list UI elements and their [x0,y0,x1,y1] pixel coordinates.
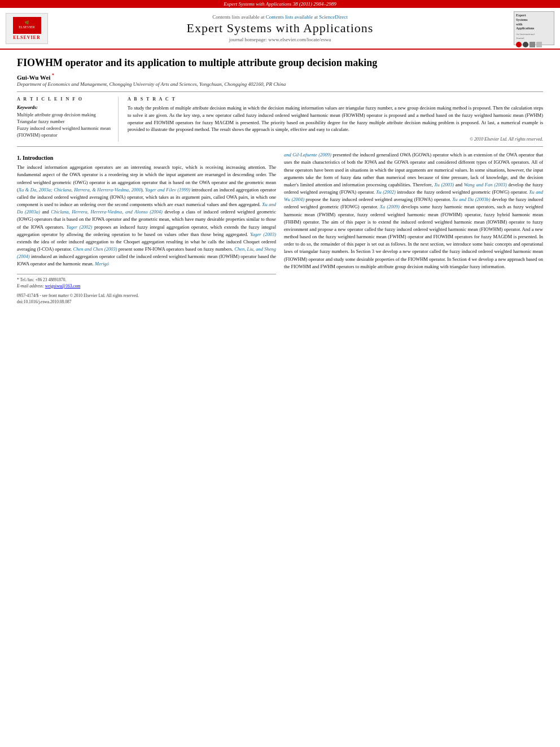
elsevier-logo: 🌿ELSEVIER ELSEVIER [6,13,48,44]
journal-header: 🌿ELSEVIER ELSEVIER Contents lists availa… [0,8,560,50]
journal-main-title: Expert Systems with Applications [55,21,505,36]
journal-logo-area: ExpertSystemswithApplications An Interna… [509,11,554,45]
ref-yager-2003[interactable]: Yager (2003) [250,231,276,237]
elsevier-logo-area: 🌿ELSEVIER ELSEVIER [6,13,51,44]
ref-chiclana-2004[interactable]: Chiclana, Herrera, Herrera-Viedma, and A… [51,209,163,215]
col1-paragraph: The induced information aggregation oper… [17,164,276,268]
section-number: 1. [17,155,21,161]
ref-yager-filev[interactable]: Yager and Filev (1999) [145,187,190,193]
ref-xu-2002[interactable]: Xu (2002) [376,189,396,195]
ref-chen-chen[interactable]: Chen and Chen (2003) [73,246,117,252]
journal-homepage: journal homepage: www.elsevier.com/locat… [55,37,505,42]
ref-xu-da-2003b[interactable]: Xu and Da (2003b) [452,196,490,202]
doi-line: doi:10.1016/j.eswa.2010.08.087 [17,299,276,305]
author-sup: * [52,73,54,78]
article-info: A R T I C L E I N F O Keywords: Multiple… [17,97,119,142]
elsevier-brand: ELSEVIER [13,35,40,40]
author-name-text: Gui-Wu Wei [17,73,50,80]
journal-citation-bar: Expert Systems with Applications 38 (201… [0,0,560,8]
ref-gil-lafuente[interactable]: and Gil-Lafuente (2009) [284,152,331,158]
sciencedirect-link[interactable]: Contents lists available at ScienceDirec… [266,14,348,20]
article-info-title: A R T I C L E I N F O [17,97,112,102]
sciencedirect-line: Contents lists available at Contents lis… [55,14,505,20]
right-column: and Gil-Lafuente (2009) presented the in… [284,151,543,305]
ref-xu-2009[interactable]: Xu (2009) [380,204,400,209]
affiliation: Department of Economics and Management, … [17,81,543,87]
ref-xu-2003[interactable]: Xu (2003) [434,182,454,187]
left-column: 1. Introduction The induced information … [17,151,276,305]
ref-xu-wu-2004[interactable]: Xu and Wu (2004) [284,189,543,202]
ref-merigo[interactable]: Merigó [95,261,109,267]
journal-citation-text: Expert Systems with Applications 38 (201… [224,1,336,7]
issn-line: 0957-4174/$ - see front matter © 2010 El… [17,292,276,299]
article-title: FIOWHM operator and its application to m… [17,56,543,69]
ref-chen-liu-sheng[interactable]: Chen, Liu, and Sheng (2004) [17,246,276,259]
journal-title-block: Contents lists available at Contents lis… [55,14,505,42]
info-abstract-row: A R T I C L E I N F O Keywords: Multiple… [17,91,543,147]
section-title-text: Introduction [23,155,53,161]
email-link[interactable]: weiguiwu@163.com [45,283,81,289]
abstract-title: A B S T R A C T [128,97,543,102]
abstract-text: To study the problem of multiple attribu… [128,104,543,133]
footnote-star: * Tel./fax: +86 23 48891870. [17,277,276,283]
keywords-title: Keywords: [17,104,112,110]
journal-logo: ExpertSystemswithApplications An Interna… [514,11,554,45]
ref-yager-2002[interactable]: Yager (2002) [66,224,92,230]
two-column-body: 1. Introduction The induced information … [17,151,543,305]
ref-xu-da[interactable]: Xu & Da, 2003a; Chiclana, Herrera, & Her… [19,187,141,193]
footnote-area: * Tel./fax: +86 23 48891870. E-mail addr… [17,274,276,305]
keyword-3: Fuzzy induced ordered weighted harmonic … [17,125,112,139]
keyword-2: Triangular fuzzy number [17,119,112,125]
keyword-1: Multiple attribute group decision making [17,112,112,119]
section-1-heading: 1. Introduction [17,155,276,161]
footnote-email: E-mail address: weiguiwu@163.com [17,283,276,289]
col2-paragraph: and Gil-Lafuente (2009) presented the in… [284,151,543,270]
copyright: © 2010 Elsevier Ltd. All rights reserved… [128,137,543,142]
article-body: FIOWHM operator and its application to m… [0,50,560,312]
abstract-block: A B S T R A C T To study the problem of … [128,97,543,142]
author-name: Gui-Wu Wei * [17,73,543,81]
ref-wang-fan[interactable]: Wang and Fan (2003) [464,182,507,187]
